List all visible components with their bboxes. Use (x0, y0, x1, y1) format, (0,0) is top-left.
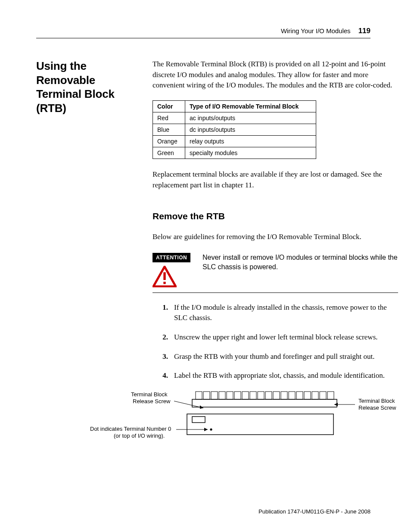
step-text: Unscrew the upper right and lower left t… (174, 332, 398, 343)
svg-rect-25 (273, 392, 280, 399)
step-item: 2. Unscrew the upper right and lower lef… (160, 332, 398, 343)
running-header: Wiring Your I/O Modules 119 (36, 27, 371, 35)
svg-rect-15 (196, 392, 202, 399)
table-cell-type: specialty modules (185, 147, 316, 159)
svg-rect-14 (187, 414, 333, 435)
svg-marker-11 (204, 428, 208, 431)
svg-rect-1 (163, 272, 165, 280)
step-item: 1. If the I/O module is already installe… (160, 302, 398, 324)
svg-rect-21 (242, 392, 249, 399)
svg-marker-13 (334, 403, 338, 406)
svg-rect-32 (327, 392, 334, 399)
table-cell-type: ac inputs/outputs (185, 112, 316, 124)
svg-rect-28 (296, 392, 303, 399)
header-rule (36, 38, 371, 38)
svg-rect-31 (320, 392, 326, 399)
svg-rect-2 (163, 282, 165, 284)
attention-badge: ATTENTION (153, 253, 190, 262)
svg-rect-24 (265, 392, 272, 399)
table-cell-type: dc inputs/outputs (185, 124, 316, 135)
svg-rect-19 (227, 392, 233, 399)
subsection-intro: Below are guidelines for removing the I/… (153, 232, 398, 243)
table-row: Blue dc inputs/outputs (153, 124, 316, 135)
svg-rect-22 (250, 392, 256, 399)
svg-rect-33 (192, 399, 337, 407)
svg-text:Terminal Block: Terminal Block (358, 398, 395, 404)
svg-rect-20 (234, 392, 241, 399)
step-text: Grasp the RTB with your thumb and forefi… (174, 352, 398, 362)
running-header-title: Wiring Your I/O Modules (281, 27, 351, 34)
step-number: 3. (160, 352, 168, 362)
step-text: Label the RTB with appropriate slot, cha… (174, 370, 398, 381)
svg-rect-26 (281, 392, 287, 399)
color-table: Color Type of I/O Removable Terminal Blo… (153, 100, 316, 159)
table-cell-color: Blue (153, 124, 185, 135)
svg-text:Dot indicates Terminal Number : Dot indicates Terminal Number 0 (90, 426, 171, 432)
table-row: Red ac inputs/outputs (153, 112, 316, 124)
table-cell-color: Red (153, 112, 185, 124)
subsection-title: Remove the RTB (153, 211, 398, 221)
svg-rect-16 (203, 392, 210, 399)
rtb-diagram: Terminal Block Release Screw Dot indicat… (71, 390, 398, 446)
step-text: If the I/O module is already installed i… (174, 302, 398, 324)
attention-rule (153, 292, 398, 293)
table-row: Green specialty modules (153, 147, 316, 159)
table-header-color: Color (153, 100, 185, 112)
step-number: 1. (160, 302, 168, 324)
after-table-paragraph: Replacement terminal blocks are availabl… (153, 169, 398, 190)
publication-footer: Publication 1747-UM011G-EN-P - June 2008 (258, 508, 371, 515)
table-cell-type: relay outputs (185, 135, 316, 147)
step-item: 4. Label the RTB with appropriate slot, … (160, 370, 398, 381)
svg-rect-17 (211, 392, 218, 399)
svg-text:(or top of I/O wiring).: (or top of I/O wiring). (114, 432, 165, 439)
step-number: 4. (160, 370, 168, 381)
table-header-type: Type of I/O Removable Terminal Block (185, 100, 316, 112)
svg-point-35 (210, 428, 212, 430)
svg-rect-34 (192, 417, 205, 423)
svg-rect-23 (258, 392, 264, 399)
attention-text: Never install or remove I/O modules or t… (202, 253, 398, 272)
section-title: Using the Removable Terminal Block (RTB) (36, 59, 135, 115)
svg-rect-30 (312, 392, 318, 399)
svg-rect-27 (289, 392, 295, 399)
procedure-steps: 1. If the I/O module is already installe… (153, 302, 398, 381)
step-number: 2. (160, 332, 168, 343)
svg-text:Release Screw: Release Screw (133, 398, 171, 404)
intro-paragraph: The Removable Terminal Block (RTB) is pr… (153, 59, 398, 91)
table-cell-color: Green (153, 147, 185, 159)
warning-triangle-icon (153, 266, 177, 287)
svg-rect-29 (304, 392, 311, 399)
step-item: 3. Grasp the RTB with your thumb and for… (160, 352, 398, 362)
svg-rect-18 (219, 392, 225, 399)
table-cell-color: Orange (153, 135, 185, 147)
table-row: Orange relay outputs (153, 135, 316, 147)
attention-block: ATTENTION Never install or remove I/O mo… (153, 253, 398, 287)
svg-text:Release Screw: Release Screw (358, 404, 396, 411)
diagram-label-left-top: Terminal Block (131, 391, 168, 398)
page-number: 119 (358, 27, 371, 35)
